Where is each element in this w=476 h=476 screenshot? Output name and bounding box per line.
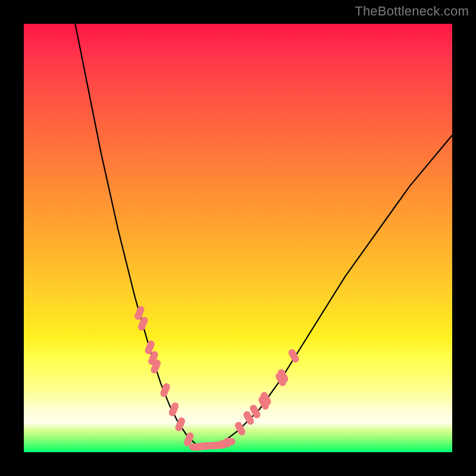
bottleneck-curve-path	[75, 24, 452, 448]
data-marker	[223, 438, 235, 446]
chart-frame: TheBottleneck.com	[0, 0, 476, 476]
data-marker	[287, 348, 300, 364]
bottleneck-curve-svg	[24, 24, 452, 452]
plot-area	[24, 24, 452, 452]
data-marker	[234, 421, 247, 437]
watermark-text: TheBottleneck.com	[355, 4, 469, 19]
